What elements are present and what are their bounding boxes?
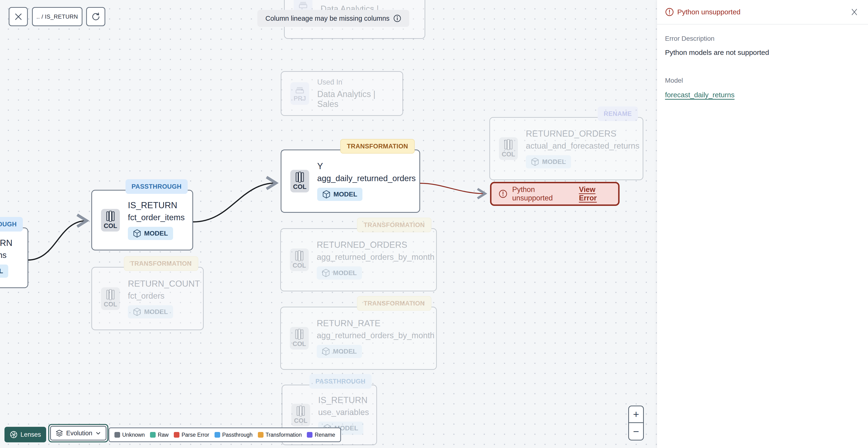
node-title: RETURNED_ORDERS: [526, 129, 640, 139]
node-type-badge: PASSTHROUGH: [125, 179, 188, 194]
legend-swatch: [307, 432, 312, 438]
lens-select-focus-ring: Evolution: [48, 424, 108, 442]
legend-item-raw: Raw: [150, 432, 168, 438]
info-icon[interactable]: [393, 14, 401, 22]
project-badge: PRJ: [290, 82, 309, 105]
lineage-warning-banner: Column lineage may be missing columns: [257, 10, 409, 27]
node-subtitle: Data Analytics | Sales: [317, 89, 396, 109]
node-agg-daily-returned-orders[interactable]: TRANSFORMATION COL Y agg_daily_returned_…: [281, 150, 420, 213]
node-type-badge: TRANSFORMATION: [340, 139, 415, 154]
node-title: RETURN_RATE: [317, 319, 434, 328]
close-icon: [14, 13, 22, 21]
column-icon: [294, 329, 304, 340]
error-description-label: Error Description: [665, 35, 860, 42]
view-error-link[interactable]: View Error: [579, 185, 611, 202]
node-title: RETURNED_ORDERS: [317, 240, 434, 250]
model-cube-icon: [133, 308, 141, 316]
node-subtitle: fct_order_items: [128, 213, 185, 222]
node-subtitle: agg_returned_orders_by_month: [317, 252, 434, 262]
column-badge: COL: [290, 327, 309, 350]
panel-close-button[interactable]: [849, 6, 860, 18]
column-badge: COL: [101, 209, 120, 232]
model-chip: MODEL: [526, 155, 571, 169]
legend-item-transformation: Transformation: [258, 432, 302, 438]
model-chip: MODEL: [128, 305, 173, 319]
breadcrumb[interactable]: .. / IS_RETURN: [32, 7, 83, 26]
column-icon: [105, 211, 115, 222]
error-node-label: Python unsupported: [512, 185, 570, 202]
node-used-in-sales[interactable]: PRJ Used In Data Analytics | Sales: [281, 71, 403, 116]
model-chip: MODEL: [317, 345, 362, 358]
legend-item-parse-error: Parse Error: [174, 432, 209, 438]
lens-legend: Unknown Raw Parse Error Passthrough Tran…: [108, 427, 341, 442]
refresh-button[interactable]: [86, 7, 105, 26]
zoom-controls: + −: [628, 406, 644, 441]
refresh-icon: [91, 12, 100, 21]
column-badge: COL: [499, 137, 518, 160]
node-type-badge: PASSTHROUGH: [309, 374, 372, 389]
lenses-button[interactable]: Lenses: [4, 427, 46, 442]
node-is-return-fct-order-items[interactable]: PASSTHROUGH COL IS_RETURN fct_order_item…: [91, 190, 193, 250]
column-badge: COL: [101, 287, 120, 310]
model-chip: MODEL: [317, 188, 363, 201]
model-cube-icon: [322, 269, 330, 277]
node-title: Y: [317, 161, 415, 171]
node-return-count[interactable]: TRANSFORMATION COL RETURN_COUNT fct_orde…: [91, 267, 204, 330]
node-type-badge: PASSTHROUGH: [0, 217, 23, 232]
node-type-badge: TRANSFORMATION: [124, 256, 198, 271]
legend-swatch: [150, 432, 156, 438]
edge-isreturn-to-aggdaily: [193, 183, 276, 222]
chevron-down-icon: [95, 430, 101, 436]
node-title: IS_RETURN: [128, 201, 185, 210]
node-is-return-upstream[interactable]: PASSTHROUGH COL IS_RETURN order_items MO…: [0, 228, 28, 288]
lens-select[interactable]: Evolution: [50, 426, 106, 441]
edge-upstream-to-isreturn: [28, 221, 87, 260]
node-return-rate[interactable]: TRANSFORMATION COL RETURN_RATE agg_retur…: [280, 307, 437, 370]
model-link[interactable]: forecast_daily_returns: [665, 91, 735, 99]
legend-item-passthrough: Passthrough: [215, 432, 253, 438]
node-returned-orders-by-month[interactable]: TRANSFORMATION COL RETURNED_ORDERS agg_r…: [280, 228, 437, 291]
column-icon: [294, 250, 304, 261]
legend-swatch: [174, 432, 180, 438]
zoom-out-button[interactable]: −: [629, 423, 643, 440]
close-icon: [850, 8, 859, 16]
model-chip: MODEL: [317, 266, 362, 279]
error-details-panel: Python unsupported Error Description Pyt…: [657, 0, 868, 448]
banner-text: Column lineage may be missing columns: [266, 14, 390, 22]
model-cube-icon: [531, 157, 539, 166]
model-chip: MODEL: [0, 265, 8, 278]
lineage-canvas[interactable]: PRJ Used In Data Analytics | Marketing P…: [0, 0, 657, 448]
legend-swatch: [115, 432, 120, 438]
node-subtitle: agg_returned_orders_by_month: [317, 331, 434, 340]
model-chip: MODEL: [128, 227, 173, 240]
column-icon: [503, 139, 514, 150]
node-subtitle: agg_daily_returned_orders: [317, 174, 415, 183]
python-unsupported-error-node[interactable]: Python unsupported View Error: [490, 182, 620, 206]
column-badge: COL: [290, 170, 309, 192]
node-subtitle: fct_orders: [128, 291, 200, 301]
node-type-badge: RENAME: [598, 107, 638, 121]
column-icon: [296, 406, 306, 416]
node-title: IS_RETURN: [318, 395, 369, 405]
warning-icon: [498, 189, 507, 198]
close-lineage-button[interactable]: [9, 7, 28, 26]
node-type-badge: TRANSFORMATION: [357, 296, 431, 311]
column-icon: [105, 289, 115, 300]
node-subtitle: actual_and_forecasted_returns: [526, 141, 640, 150]
project-icon: [295, 85, 305, 94]
model-cube-icon: [133, 229, 141, 238]
column-badge: COL: [291, 404, 310, 426]
node-title: Used In: [317, 78, 396, 86]
node-returned-orders-rename[interactable]: RENAME COL RETURNED_ORDERS actual_and_fo…: [489, 117, 643, 180]
zoom-in-button[interactable]: +: [629, 406, 643, 423]
lenses-aperture-icon: [10, 430, 18, 439]
model-cube-icon: [322, 190, 331, 199]
error-panel-body: Error Description Python models are not …: [657, 25, 868, 109]
node-subtitle: order_items: [0, 250, 12, 260]
node-title: RETURN_COUNT: [128, 279, 200, 289]
model-label: Model: [665, 77, 860, 84]
legend-item-unknown: Unknown: [115, 432, 145, 438]
warning-icon: [665, 7, 674, 17]
error-description-value: Python models are not supported: [665, 49, 860, 57]
node-title: IS_RETURN: [0, 238, 12, 248]
